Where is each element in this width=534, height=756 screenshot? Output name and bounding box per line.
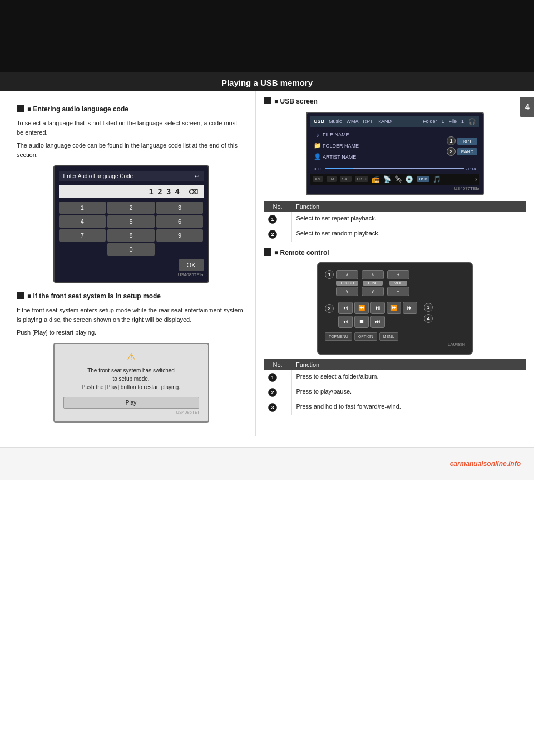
tune-up-button[interactable]: ∧ [362,270,384,279]
remote-row3-fn: Press and hold to fast forward/re-wind. [291,400,526,415]
table-row: 2 Press to play/pause. [264,385,526,400]
section1-body1: To select a language that is not listed … [17,119,245,138]
setup-mode-screen: ⚠ The front seat system has switched to … [53,343,209,423]
setup-screen-text: The front seat system has switched to se… [63,366,199,391]
num-circle-1: 1 [268,215,277,224]
folder-name-label: FOLDER NAME [323,143,444,149]
setup-line3: Push the [Play] button to restart playin… [82,384,180,390]
table-row: 1 Press to select a folder/album. [264,370,526,385]
prev-track-button[interactable]: ⏮ [338,316,353,328]
file-name-label: FILE NAME [323,132,444,138]
section2-heading: ■ If the front seat system is in setup m… [17,292,245,301]
key-9[interactable]: 9 [156,229,204,242]
usb-source-bar: AM FM SAT DISC 📻 📡 🛰 💿 USB 🎵 › [310,174,479,185]
play-pause-button[interactable]: ⏯ [370,302,385,314]
usb-topbar: USB Music WMA RPT RAND Folder 1 File 1 🎧 [310,116,479,127]
rewind-button[interactable]: ⏪ [354,302,369,314]
source-usb[interactable]: USB [417,176,429,182]
source-am[interactable]: AM [313,176,323,182]
table2-fn-header: Function [291,359,526,370]
progress-fill [325,168,353,169]
remote-num-1: 1 [325,270,334,279]
usb-icon: 🎵 [433,175,441,183]
source-sat[interactable]: SAT [340,176,352,182]
usb-codec-label: WMA [347,119,359,124]
sat-icon: 🛰 [395,175,402,183]
source-fm[interactable]: FM [327,176,337,182]
tune-label: TUNE [363,281,383,286]
setup-image-id: US4086TEI [63,410,199,415]
source-disc[interactable]: DISC [355,176,369,182]
key-7[interactable]: 7 [59,229,106,242]
footer: carmanualsonline.info [0,447,534,480]
section1-body2: The audio language code can be found in … [17,141,245,160]
ok-button[interactable]: OK [179,259,204,271]
section-title-banner: Playing a USB memory [0,74,534,91]
table1-fn-header: Function [291,201,526,212]
remote-num-circle-3: 3 [268,403,277,412]
topmenu-button[interactable]: TOPMENU [325,332,352,341]
usb-section: ■ USB screen USB Music WMA RPT RAND Fold… [264,97,526,242]
row1-fn: Select to set repeat playback. [291,212,526,227]
remote-num-circle-1: 1 [268,373,277,382]
button-1-number: 1 [447,136,456,145]
key-2[interactable]: 2 [107,202,155,214]
button-2-number: 2 [447,147,456,156]
file-name-row: ♪ FILE NAME [313,130,444,140]
table-row: 1 Select to set repeat playback. [264,212,526,227]
screen-display: 1 2 3 4 ⌫ [59,185,204,198]
play-button[interactable]: Play [63,397,199,409]
person-icon: 👤 [313,152,323,162]
remote-section-heading: ■ Remote control [264,248,526,258]
usb-screen-mockup: USB Music WMA RPT RAND Folder 1 File 1 🎧 [306,112,484,195]
fm-icon: 📡 [383,175,392,183]
remote-row3-num: 3 [264,400,291,415]
rpt-button[interactable]: RPT [457,138,477,145]
table1-no-header: No. [264,201,291,212]
arrow-right-icon[interactable]: › [475,175,477,183]
menu-button[interactable]: MENU [379,332,399,341]
remote-num-4: 4 [424,314,433,323]
usb-file-label: File [448,119,457,124]
section2-heading-text: ■ If the front seat system is in setup m… [27,292,161,301]
section2-body2: Push [Play] to restart playing. [17,328,245,337]
progress-track [325,168,464,169]
section1-bullet [17,105,24,112]
key-6[interactable]: 6 [156,215,204,228]
usb-heading-text: ■ USB screen [274,97,318,106]
vol-plus-button[interactable]: + [387,270,409,279]
backspace-icon[interactable]: ⌫ [189,188,199,196]
time-total: -1:14 [466,166,476,171]
option-button[interactable]: OPTION [354,332,377,341]
screen-back-icon: ↩ [195,173,199,179]
usb-folder-label: Folder [423,119,437,124]
next-chapter-button[interactable]: ⏭ [403,302,417,314]
next-track-button[interactable]: ⏭ [370,316,385,328]
key-5[interactable]: 5 [107,215,155,228]
fast-forward-button[interactable]: ⏩ [387,302,401,314]
key-3[interactable]: 3 [156,202,204,214]
touch-up-button[interactable]: ∧ [336,270,358,279]
tune-down-button[interactable]: ∨ [362,287,384,296]
key-8[interactable]: 8 [107,229,155,242]
usb-file-value: 1 [461,119,464,124]
usb-function-table: No. Function 1 Select to set repeat play… [264,201,526,242]
remote-num-3: 3 [424,303,433,312]
key-0[interactable]: 0 [107,243,155,256]
usb-section-heading: ■ USB screen [264,97,526,106]
usb-image-id: US4077TEIa [310,186,479,191]
prev-chapter-button[interactable]: ⏮ [338,302,353,314]
right-column: 4 ■ USB screen USB Music WMA RPT RAND [256,91,534,436]
rand-button[interactable]: RAND [457,148,477,155]
music-note-icon: ♪ [313,130,323,140]
key-4[interactable]: 4 [59,215,106,228]
screen-title-bar: Enter Audio Language Code ↩ [59,171,204,181]
remote-image-id: LA048IN [325,342,465,347]
key-1[interactable]: 1 [59,202,106,214]
touch-down-button[interactable]: ∨ [336,287,358,296]
remote-row2-fn: Press to play/pause. [291,385,526,400]
vol-minus-button[interactable]: − [387,287,409,296]
stop-button[interactable]: ⏹ [354,316,369,328]
usb-rand-label: RAND [378,119,392,124]
section-title-text: Playing a USB memory [221,78,313,87]
